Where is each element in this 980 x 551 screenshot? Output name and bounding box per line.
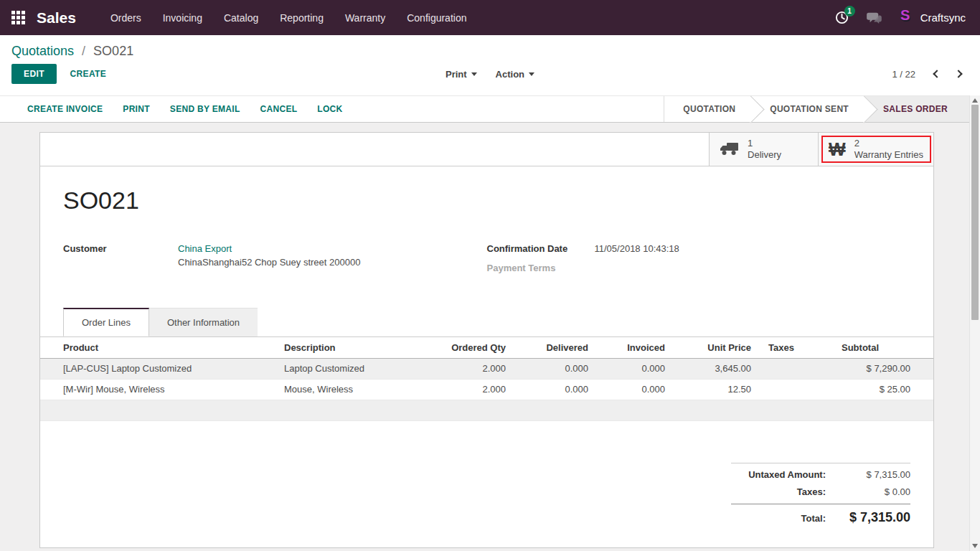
control-panel: Quotations / SO021 EDIT CREATE Print Act… xyxy=(0,35,980,95)
top-navbar: Sales Orders Invoicing Catalog Reporting… xyxy=(0,0,980,35)
vertical-scrollbar[interactable] xyxy=(969,95,980,551)
taxes-cell[interactable] xyxy=(754,379,842,400)
col-taxes[interactable]: Taxes xyxy=(754,337,842,358)
scroll-down-arrow-icon[interactable] xyxy=(972,544,978,548)
statusbar: CREATE INVOICE PRINT SEND BY EMAIL CANCE… xyxy=(0,95,980,123)
col-description[interactable]: Description xyxy=(284,337,399,358)
col-delivered[interactable]: Delivered xyxy=(509,337,591,358)
chevron-down-icon xyxy=(529,72,534,76)
ordered-qty-cell[interactable]: 2.000 xyxy=(399,358,509,379)
invoiced-cell[interactable]: 0.000 xyxy=(591,379,668,400)
menu-invoicing[interactable]: Invoicing xyxy=(163,12,202,24)
payment-terms-label: Payment Terms xyxy=(487,263,595,273)
breadcrumb: Quotations / SO021 xyxy=(11,44,969,59)
empty-line-row[interactable] xyxy=(40,400,933,420)
customer-field: Customer China Export ChinaShanghai52 Ch… xyxy=(63,243,487,268)
action-dropdown[interactable]: Action xyxy=(496,69,534,80)
control-panel-buttons-row: EDIT CREATE Print Action 1 / 22 xyxy=(11,63,969,85)
send-by-email-button[interactable]: SEND BY EMAIL xyxy=(163,100,248,118)
customer-label: Customer xyxy=(63,243,178,268)
apps-grid-icon[interactable] xyxy=(11,11,25,24)
customer-link[interactable]: China Export xyxy=(178,243,232,254)
cancel-button[interactable]: CANCEL xyxy=(253,100,305,118)
delivered-cell[interactable]: 0.000 xyxy=(509,379,591,400)
ordered-qty-cell[interactable]: 2.000 xyxy=(399,379,509,400)
status-quotation-sent[interactable]: QUOTATION SENT xyxy=(751,96,864,122)
navbar-right: 1 S S Craftsync xyxy=(835,9,966,27)
create-invoice-button[interactable]: CREATE INVOICE xyxy=(20,100,110,118)
invoiced-cell[interactable]: 0.000 xyxy=(591,358,668,379)
messages-icon[interactable] xyxy=(866,11,882,24)
chevron-down-icon xyxy=(471,72,477,76)
menu-configuration[interactable]: Configuration xyxy=(407,12,466,24)
document-fields: Customer China Export ChinaShanghai52 Ch… xyxy=(63,243,910,273)
edit-button[interactable]: EDIT xyxy=(11,64,57,84)
pager-value: 1 / 22 xyxy=(892,69,915,80)
chevron-left-icon xyxy=(933,70,941,77)
taxes-row: Taxes: $ 0.00 xyxy=(731,486,910,497)
user-menu[interactable]: S S Craftsync xyxy=(899,9,966,27)
delivered-cell[interactable]: 0.000 xyxy=(509,358,591,379)
delivery-label: Delivery xyxy=(748,149,781,161)
pager-next-button[interactable] xyxy=(953,68,964,80)
warranty-entries-smart-button[interactable]: ₩ 2 Warranty Entries xyxy=(818,133,933,166)
sheet-header: SO021 Customer China Export ChinaShangha… xyxy=(40,187,933,273)
scrollbar-thumb[interactable] xyxy=(971,105,979,320)
pager-previous-button[interactable] xyxy=(931,68,943,80)
menu-warranty[interactable]: Warranty xyxy=(345,12,385,24)
menu-orders[interactable]: Orders xyxy=(110,12,141,24)
customer-address: ChinaShanghai52 Chop Suey street 200000 xyxy=(178,257,360,268)
total-value: $ 7,315.00 xyxy=(836,510,910,525)
content-area: 1 Delivery ₩ 2 Warranty Entries SO021 xyxy=(0,123,980,551)
app-name-menu[interactable]: Sales xyxy=(37,9,76,27)
status-sales-order[interactable]: SALES ORDER xyxy=(864,96,969,122)
create-button[interactable]: CREATE xyxy=(60,64,116,84)
truck-icon xyxy=(720,142,739,157)
col-subtotal[interactable]: Subtotal xyxy=(842,337,933,358)
order-line-row[interactable]: [LAP-CUS] Laptop Customized Laptop Custo… xyxy=(40,358,933,379)
pager: 1 / 22 xyxy=(892,68,969,80)
menu-reporting[interactable]: Reporting xyxy=(280,12,324,24)
order-line-row[interactable]: [M-Wir] Mouse, Wireless Mouse, Wireless … xyxy=(40,379,933,400)
col-product[interactable]: Product xyxy=(40,337,284,358)
document-title: SO021 xyxy=(63,187,910,215)
lock-button[interactable]: LOCK xyxy=(310,100,349,118)
totals-divider xyxy=(731,504,910,504)
cp-center-dropdowns: Print Action xyxy=(446,69,534,80)
unit-price-cell[interactable]: 12.50 xyxy=(668,379,754,400)
statusbar-buttons: CREATE INVOICE PRINT SEND BY EMAIL CANCE… xyxy=(20,96,350,122)
product-cell[interactable]: [M-Wir] Mouse, Wireless xyxy=(40,379,284,400)
scroll-up-arrow-icon[interactable] xyxy=(972,98,978,103)
description-cell[interactable]: Mouse, Wireless xyxy=(284,379,399,400)
product-cell[interactable]: [LAP-CUS] Laptop Customized xyxy=(40,358,284,379)
chevron-right-icon xyxy=(954,70,962,77)
subtotal-cell[interactable]: $ 25.00 xyxy=(842,379,933,400)
col-unit-price[interactable]: Unit Price xyxy=(668,337,754,358)
total-row: Total: $ 7,315.00 xyxy=(731,510,910,525)
table-header-row: Product Description Ordered Qty Delivere… xyxy=(40,337,933,358)
unit-price-cell[interactable]: 3,645.00 xyxy=(668,358,754,379)
status-pipeline: QUOTATION QUOTATION SENT SALES ORDER xyxy=(664,96,969,122)
description-cell[interactable]: Laptop Customized xyxy=(284,358,399,379)
print-button[interactable]: PRINT xyxy=(116,100,157,118)
confirmation-date-value: 11/05/2018 10:43:18 xyxy=(595,243,679,254)
col-invoiced[interactable]: Invoiced xyxy=(591,337,668,358)
col-ordered-qty[interactable]: Ordered Qty xyxy=(399,337,509,358)
notebook-tabs: Order Lines Other Information xyxy=(40,308,933,337)
delivery-smart-button[interactable]: 1 Delivery xyxy=(709,133,818,166)
menu-catalog[interactable]: Catalog xyxy=(224,12,258,24)
untaxed-amount-label: Untaxed Amount: xyxy=(731,469,836,480)
taxes-cell[interactable] xyxy=(754,358,842,379)
delivery-count: 1 xyxy=(748,138,781,149)
print-dropdown[interactable]: Print xyxy=(446,69,477,80)
subtotal-cell[interactable]: $ 7,290.00 xyxy=(842,358,933,379)
tab-order-lines[interactable]: Order Lines xyxy=(63,308,149,336)
warranty-label: Warranty Entries xyxy=(854,149,923,161)
cp-left-buttons: EDIT CREATE xyxy=(11,64,116,84)
totals-section: Untaxed Amount: $ 7,315.00 Taxes: $ 0.00… xyxy=(40,463,933,532)
breadcrumb-quotations-link[interactable]: Quotations xyxy=(11,44,74,58)
tab-other-information[interactable]: Other Information xyxy=(149,308,258,336)
activities-clock-icon[interactable]: 1 xyxy=(835,11,849,24)
smart-button-box: 1 Delivery ₩ 2 Warranty Entries xyxy=(40,133,933,166)
status-quotation[interactable]: QUOTATION xyxy=(664,96,751,122)
